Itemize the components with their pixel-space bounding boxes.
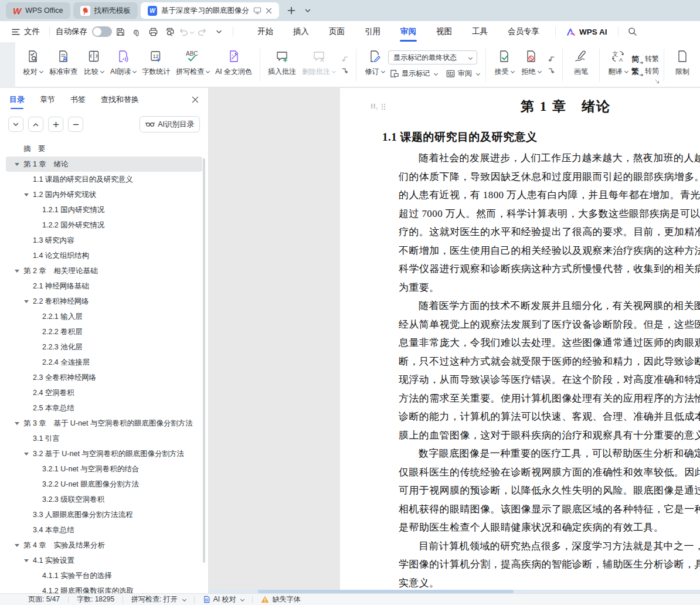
- spell-check-button[interactable]: ABC 拼写检查: [173, 45, 212, 85]
- ai-polish-button[interactable]: AI 全文润色: [212, 45, 255, 85]
- caret-down-icon[interactable]: [15, 422, 19, 425]
- toc-item[interactable]: 1.3 研究内容: [6, 233, 202, 248]
- traditional-to-simplified-button[interactable]: 繁 转简: [631, 66, 659, 77]
- heading-block-controls[interactable]: H₁: [371, 102, 386, 111]
- toc-item[interactable]: 2.4 空洞卷积: [6, 385, 202, 400]
- search-icon[interactable]: [624, 24, 641, 39]
- track-changes-button[interactable]: 修订: [361, 45, 388, 85]
- autosave-toggle[interactable]: [92, 26, 112, 37]
- toc-item[interactable]: 4.1.1 实验平台的选择: [6, 568, 202, 583]
- quickbar-more-chevron-icon[interactable]: [210, 24, 227, 39]
- toc-item[interactable]: 第 3 章 基于 U-net 与空洞卷积的眼底图像分割方法: [6, 416, 202, 431]
- toc-item[interactable]: 4.1.2 眼底图像数据库的选取: [6, 583, 202, 593]
- toc-item[interactable]: 2.2.2 卷积层: [6, 324, 202, 339]
- new-tab-button[interactable]: [284, 4, 298, 18]
- menu-tab-view[interactable]: 视图: [426, 21, 462, 42]
- toc-item[interactable]: 2.1 神经网络基础: [6, 278, 202, 294]
- simplified-to-traditional-button[interactable]: 简 转繁: [631, 54, 659, 64]
- tab-document[interactable]: W 基于深度学习的眼底图像分割: [141, 2, 279, 19]
- proofread-button[interactable]: 校对: [19, 45, 46, 85]
- toc-item[interactable]: 2.2 卷积神经网络: [6, 294, 202, 309]
- toc-item[interactable]: 1.4 论文组织结构: [6, 248, 202, 263]
- toc-item[interactable]: 3.3 人眼眼底图像分割方法流程: [6, 507, 202, 522]
- sidebar-scrollbar[interactable]: [203, 158, 205, 563]
- export-pdf-button[interactable]: [128, 24, 145, 39]
- markup-state-select[interactable]: 显示标记的最终状态: [388, 50, 477, 64]
- caret-down-icon[interactable]: [24, 559, 29, 562]
- toc-item[interactable]: 4.1 实验设置: [6, 553, 202, 568]
- toc-item[interactable]: 1.2 国内外研究现状: [6, 187, 202, 202]
- menu-tab-review[interactable]: 审阅: [390, 21, 426, 42]
- caret-down-icon[interactable]: [24, 453, 29, 456]
- caret-down-icon[interactable]: [15, 544, 19, 547]
- reject-revision-button[interactable]: 拒绝: [518, 45, 545, 85]
- restrict-editing-button[interactable]: 限制: [669, 45, 696, 85]
- collapse-all-button[interactable]: [68, 117, 83, 132]
- toc-item[interactable]: 第 2 章 相关理论基础: [6, 263, 202, 278]
- next-revision-button[interactable]: [546, 67, 556, 75]
- review-pane-button[interactable]: 审阅: [444, 67, 481, 80]
- missing-font-warning[interactable]: 缺失字体: [261, 594, 300, 604]
- translate-button[interactable]: 文A 翻译: [604, 45, 631, 85]
- save-button[interactable]: [112, 24, 128, 39]
- sidebar-tab-bookmarks[interactable]: 书签: [70, 88, 86, 111]
- sidebar-tab-chapters[interactable]: 章节: [40, 88, 55, 111]
- document-page[interactable]: H₁ 第 1 章 绪论 1.1 课题的研究目的及研究意义 随着社会的发展进步，人…: [340, 88, 700, 593]
- redo-button[interactable]: [194, 24, 210, 39]
- toc-item[interactable]: 摘 要: [6, 141, 202, 157]
- next-comment-button[interactable]: [339, 67, 350, 75]
- menu-tab-member[interactable]: 会员专享: [498, 21, 549, 42]
- dialog-launcher-icon[interactable]: [655, 79, 660, 84]
- caret-down-icon[interactable]: [15, 163, 19, 166]
- toc-item[interactable]: 2.3 全卷积神经网络: [6, 370, 202, 385]
- close-sidebar-icon[interactable]: [192, 96, 199, 103]
- toc-item[interactable]: 3.2.1 U-net 与空洞卷积的结合: [6, 461, 202, 477]
- toc-item[interactable]: 3.2 基于 U-net 与空洞卷积的眼底图像分割方法: [6, 446, 202, 461]
- tab-wps-office[interactable]: W WPS Office: [6, 2, 70, 19]
- accept-revision-button[interactable]: 接受: [491, 45, 518, 85]
- toc-item[interactable]: 第 4 章 实验及结果分析: [6, 538, 202, 553]
- close-tab-icon[interactable]: [266, 8, 272, 14]
- word-count-button[interactable]: 12 字数统计: [139, 45, 173, 85]
- toc-item[interactable]: 1.2.1 国内研究情况: [6, 202, 202, 217]
- toc-item[interactable]: 3.2.2 U-net 眼底图像分割方法: [6, 477, 202, 492]
- screen-share-icon[interactable]: [253, 7, 261, 15]
- menu-tab-start[interactable]: 开始: [247, 21, 283, 42]
- undo-dropdown-icon[interactable]: [190, 29, 194, 33]
- compare-button[interactable]: 比较: [80, 45, 107, 85]
- insert-comment-button[interactable]: 插入批注: [265, 45, 299, 85]
- caret-down-icon[interactable]: [24, 300, 29, 303]
- print-button[interactable]: [145, 24, 161, 39]
- tab-list-chevron-icon[interactable]: [301, 4, 315, 18]
- file-menu[interactable]: 文件: [8, 26, 43, 37]
- drag-handle-icon[interactable]: [381, 103, 386, 110]
- toc-item[interactable]: 3.4 本章总结: [6, 522, 202, 538]
- menu-tab-insert[interactable]: 插入: [283, 21, 319, 42]
- show-markup-button[interactable]: 显示标记: [388, 67, 439, 80]
- wps-ai-button[interactable]: WPS AI: [562, 28, 612, 36]
- toc-item[interactable]: 2.2.4 全连接层: [6, 355, 202, 370]
- toc-item[interactable]: 1.1 课题的研究目的及研究意义: [6, 172, 202, 187]
- toc-item[interactable]: 3.2.3 级联空洞卷积: [6, 492, 202, 507]
- menu-tab-tools[interactable]: 工具: [462, 21, 498, 42]
- toc-item[interactable]: 第 1 章 绪论: [6, 157, 202, 172]
- collapse-item-button[interactable]: [28, 117, 43, 132]
- print-preview-button[interactable]: [161, 24, 178, 39]
- sidebar-tab-find-replace[interactable]: 查找和替换: [101, 88, 139, 111]
- sidebar-tab-contents[interactable]: 目录: [9, 88, 25, 111]
- toc-item[interactable]: 2.5 本章总结: [6, 400, 202, 416]
- toc-item[interactable]: 2.2.3 池化层: [6, 339, 202, 355]
- toc-item[interactable]: 2.2.1 输入层: [6, 309, 202, 324]
- tab-docer-templates[interactable]: 找稻壳模板: [73, 2, 138, 19]
- menu-tab-page[interactable]: 页面: [319, 21, 355, 42]
- expand-item-button[interactable]: [8, 117, 23, 132]
- ai-recognize-toc-button[interactable]: AI识别目录: [140, 116, 200, 132]
- expand-all-button[interactable]: [48, 117, 63, 132]
- previous-revision-button[interactable]: [546, 55, 556, 63]
- ai-proofread-status[interactable]: AI 校对: [203, 594, 244, 604]
- spellcheck-status[interactable]: 拼写检查: 打开: [131, 594, 186, 604]
- ai-read-aloud-button[interactable]: AI朗读: [107, 45, 139, 85]
- caret-down-icon[interactable]: [24, 193, 29, 196]
- standard-review-button[interactable]: 标准审查: [46, 45, 80, 85]
- toc-item[interactable]: 1.2.2 国外研究情况: [6, 217, 202, 233]
